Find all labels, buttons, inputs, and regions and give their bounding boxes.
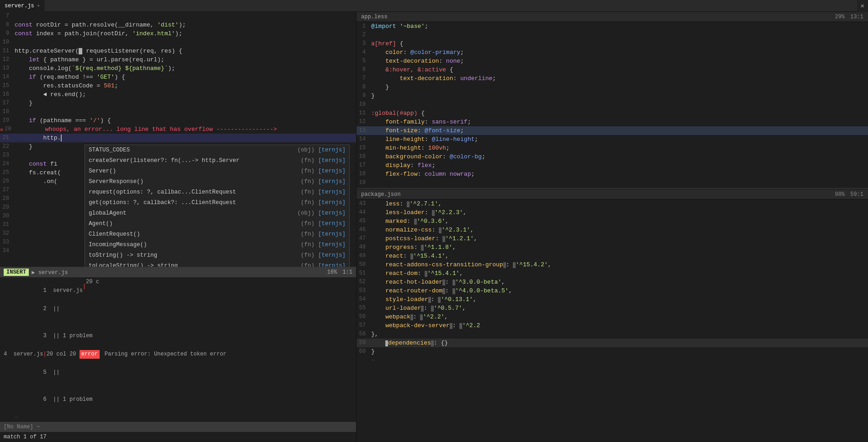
code-line: 50 react-addons-css-transition-group: '^…: [357, 260, 868, 269]
code-line: 2: [357, 31, 868, 39]
code-line: 49 react: '^15.4.1',: [357, 252, 868, 260]
file2-code[interactable]: 43 less: '^2.7.1', 44 less-loader: '^2.2…: [357, 199, 868, 442]
code-line-highlighted: 13 font-size: @font-size;: [357, 126, 868, 135]
code-line-59: 59 dependencies: {}: [357, 339, 868, 347]
tilde-right: ~: [357, 356, 868, 365]
status-pos: 1:1: [342, 269, 352, 275]
ac-item[interactable]: toString() -> string (fn) [ternjs]: [85, 250, 349, 261]
code-line: 4 color: @color-primary;: [357, 48, 868, 57]
ac-item[interactable]: ServerResponse() (fn) [ternjs]: [85, 177, 349, 187]
code-line: 5 text-decoration: none;: [357, 57, 868, 65]
code-line: 52 react-hot-loader: '^3.0.0-beta',: [357, 278, 868, 286]
file1-name: app.less: [361, 14, 388, 20]
code-line: 12 font-family: sans-serif;: [357, 118, 868, 126]
code-line: 10: [0, 38, 356, 47]
code-line: 14 line-height: @line-height;: [357, 135, 868, 144]
right-pane: app.less 29% 13:1 1@import '~base'; 2 3a…: [357, 12, 868, 442]
code-line: 7 text-decoration: underline;: [357, 74, 868, 83]
file1-pct: 29%: [835, 14, 845, 20]
code-line: 55 url-loader: '^0.5.7',: [357, 304, 868, 313]
status-pct: 16%: [327, 269, 337, 275]
code-line-active: 21 http.: [0, 134, 356, 142]
file2-pos: 59:1: [850, 191, 863, 198]
code-line: 9}: [357, 92, 868, 100]
code-line: 16 ◄ res.end();: [0, 90, 356, 99]
error-line-5: 5 ||: [0, 359, 356, 386]
error-line-1: 1 server.js|20 c: [0, 277, 356, 296]
code-line: 18: [0, 108, 356, 116]
file2-header: package.json 98% 59:1: [357, 189, 868, 199]
tab-bar: server.js + ✕: [0, 0, 868, 12]
code-line: 15 res.statusCode = 501;: [0, 81, 356, 90]
status-file: ▶ server.js: [32, 269, 68, 276]
code-line: 58},: [357, 330, 868, 339]
ac-item[interactable]: globalAgent (obj) [ternjs]: [85, 208, 349, 219]
code-line: 19: [357, 178, 868, 187]
code-line: 8 }: [357, 83, 868, 92]
ac-item[interactable]: request(options: ?, callbac...ClientRequ…: [85, 187, 349, 198]
code-line: 13 console.log(`${req.method} ${pathname…: [0, 64, 356, 73]
match-info: match 1 of 17: [4, 434, 47, 440]
autocomplete-dropdown[interactable]: STATUS_CODES (obj) [ternjs] createServer…: [85, 145, 350, 267]
pane-divider: [357, 188, 868, 189]
code-line: 48 progress: '^1.1.8',: [357, 243, 868, 252]
code-line: 11:global(#app) {: [357, 109, 868, 118]
code-line: 54 style-loader: '^0.13.1',: [357, 295, 868, 304]
no-name-status: [No Name] ~: [4, 424, 40, 430]
tilde-line: ~: [15, 413, 356, 422]
file1-pos: 13:1: [850, 14, 863, 20]
code-line: 45 marked: '^0.3.6',: [357, 217, 868, 226]
code-line: 10: [357, 100, 868, 109]
file1-header: app.less 29% 13:1: [357, 12, 868, 22]
file2-name: package.json: [361, 191, 400, 198]
error-line-3: 3 || 1 problem: [0, 323, 356, 350]
code-line: 7: [0, 12, 356, 21]
code-line: 19 if (pathname === '/') {: [0, 116, 356, 125]
code-line: 53 react-router-dom: '^4.0.0-beta.5',: [357, 286, 868, 295]
code-line: 3a[href] {: [357, 39, 868, 48]
code-line: 60}: [357, 347, 868, 356]
code-line: 8 const rootDir = path.resolve(__dirname…: [0, 21, 356, 29]
code-line: 1@import '~base';: [357, 22, 868, 31]
insert-mode-badge: INSERT: [4, 269, 29, 276]
ac-item[interactable]: STATUS_CODES (obj) [ternjs]: [85, 145, 349, 156]
ac-item[interactable]: createServer(listener?: fn(...-> http.Se…: [85, 156, 349, 166]
ac-item[interactable]: toLocaleString() -> string (fn) [ternjs]: [85, 261, 349, 267]
file1-code[interactable]: 1@import '~base'; 2 3a[href] { 4 color: …: [357, 22, 868, 187]
left-pane: 7 8 const rootDir = path.resolve(__dirna…: [0, 12, 357, 442]
code-line: 44 less-loader: '^2.2.3',: [357, 208, 868, 217]
error-line-4: 4 server.js|20 col 20 error Parsing erro…: [0, 350, 356, 359]
left-code-area[interactable]: 7 8 const rootDir = path.resolve(__dirna…: [0, 12, 356, 267]
code-line: 56 webpack: '^2.2',: [357, 313, 868, 321]
code-line: 12 let { pathname } = url.parse(req.url)…: [0, 55, 356, 64]
code-line: 6 &:hover, &:active {: [357, 65, 868, 74]
code-line: 51 react-dom: '^15.4.1',: [357, 269, 868, 278]
editor-container: server.js + ✕ 7 8 const rootDi: [0, 0, 868, 442]
tab-server-js[interactable]: server.js +: [0, 0, 45, 12]
ac-item[interactable]: ClientRequest() (fn) [ternjs]: [85, 229, 349, 240]
code-line: 16 background-color: @color-bg;: [357, 152, 868, 161]
code-line: 46 normalize-css: '^2.3.1',: [357, 226, 868, 234]
editor-panes: 7 8 const rootDir = path.resolve(__dirna…: [0, 12, 868, 442]
code-line-error: ✕ 20 whoops, an error... long line that …: [0, 125, 356, 134]
code-line: 47 postcss-loader: '^1.2.1',: [357, 234, 868, 243]
code-line: 43 less: '^2.7.1',: [357, 199, 868, 208]
error-line-6: 6 || 1 problem: [0, 386, 356, 413]
error-badge: error: [80, 350, 100, 359]
error-line-2: 2 ||: [0, 296, 356, 323]
code-line: 14 if (req.method !== 'GET') {: [0, 73, 356, 81]
code-line: 11 http.createServer( requestListener(re…: [0, 47, 356, 55]
code-line: 15 min-height: 100vh;: [357, 144, 868, 152]
ac-item[interactable]: Agent() (fn) [ternjs]: [85, 219, 349, 229]
code-line: 17 display: flex;: [357, 161, 868, 170]
code-line: 18 flex-flow: column nowrap;: [357, 170, 868, 178]
ac-item[interactable]: get(options: ?, callback?: ...ClientRequ…: [85, 198, 349, 208]
tab-label: server.js: [5, 3, 34, 9]
tab-close-icon[interactable]: +: [37, 3, 40, 9]
ac-item[interactable]: Server() (fn) [ternjs]: [85, 166, 349, 177]
code-line: 9 const index = path.join(rootDir, 'inde…: [0, 29, 356, 38]
close-icon[interactable]: ✕: [861, 2, 864, 10]
file2-pct: 98%: [835, 191, 845, 198]
ac-item[interactable]: IncomingMessage() (fn) [ternjs]: [85, 240, 349, 250]
code-line: 17 }: [0, 99, 356, 108]
